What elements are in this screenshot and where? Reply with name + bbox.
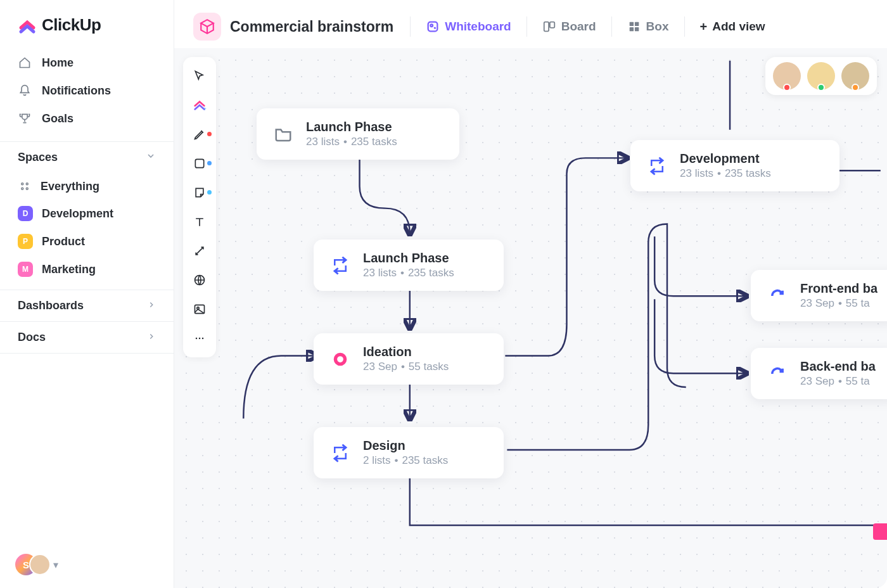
view-whiteboard[interactable]: Whiteboard <box>419 16 518 37</box>
user-avatar-photo <box>29 554 51 575</box>
svg-rect-8 <box>629 22 633 26</box>
tool-color-dot <box>207 161 212 165</box>
svg-rect-7 <box>550 22 554 28</box>
card-title: Launch Phase <box>363 251 454 265</box>
brand-name: ClickUp <box>42 15 101 35</box>
svg-rect-11 <box>635 27 639 31</box>
brand-logo[interactable]: ClickUp <box>0 0 174 46</box>
chevron-right-icon <box>147 331 156 344</box>
card-subtitle: 2 lists•235 tasks <box>363 454 448 467</box>
nav-notifications[interactable]: Notifications <box>10 77 163 105</box>
trophy-icon <box>18 112 32 125</box>
card-ideation[interactable]: Ideation 23 Sep•55 tasks <box>314 333 504 385</box>
space-development[interactable]: D Development <box>0 200 174 227</box>
space-badge: P <box>18 234 33 249</box>
tool-image[interactable] <box>186 297 214 322</box>
folder-icon <box>272 123 295 146</box>
card-title: Design <box>363 438 448 453</box>
space-product[interactable]: P Product <box>0 227 174 255</box>
card-design[interactable]: Design 2 lists•235 tasks <box>314 427 504 478</box>
card-subtitle: 23 lists•235 tasks <box>306 136 397 148</box>
tool-color-dot <box>207 190 212 195</box>
redo-icon <box>766 362 789 385</box>
collaborator-avatar[interactable]: .collab-av:nth-child(3)::after{backgroun… <box>841 62 869 90</box>
tool-sticky[interactable] <box>186 180 214 205</box>
add-view-button[interactable]: + Add view <box>694 16 772 38</box>
svg-point-0 <box>22 183 23 185</box>
space-badge: M <box>18 262 33 277</box>
svg-rect-9 <box>635 22 639 26</box>
card-title: Ideation <box>363 345 449 359</box>
nav-label: Notifications <box>42 84 111 98</box>
section-docs[interactable]: Docs <box>0 321 174 353</box>
svg-point-20 <box>335 354 345 364</box>
tool-color-dot <box>207 132 212 136</box>
chevron-down-icon <box>146 151 156 164</box>
section-label: Docs <box>18 331 46 344</box>
nav-goals[interactable]: Goals <box>10 105 163 132</box>
page-icon-cube[interactable] <box>193 13 221 41</box>
clickup-logo-icon <box>18 16 37 35</box>
card-subtitle: 23 lists•235 tasks <box>680 167 771 180</box>
collaborator-avatar[interactable]: .collab-av:nth-child(2)::after{backgroun… <box>807 62 835 90</box>
tool-text[interactable] <box>186 209 214 234</box>
card-launch-phase-1[interactable]: Launch Phase 23 lists•235 tasks <box>257 108 459 160</box>
chevron-right-icon <box>147 299 156 312</box>
nav-home[interactable]: Home <box>10 49 163 77</box>
svg-point-5 <box>431 24 433 27</box>
collaborator-avatar[interactable]: .collab-av:nth-child(1)::after{backgroun… <box>773 62 801 90</box>
tool-pen[interactable] <box>186 122 214 147</box>
svg-point-2 <box>22 188 23 189</box>
view-label: Box <box>646 20 669 34</box>
svg-point-19 <box>202 338 204 340</box>
view-board[interactable]: Board <box>536 16 603 37</box>
user-menu[interactable]: S ▾ <box>0 541 174 588</box>
card-subtitle: 23 Sep•55 ta <box>800 297 877 310</box>
sidebar: ClickUp Home Notifications Goals Spaces … <box>0 0 174 588</box>
svg-point-1 <box>26 183 28 185</box>
whiteboard-canvas[interactable]: + .collab-av:nth-child(1)::after{backgro… <box>174 48 887 588</box>
svg-rect-13 <box>195 159 203 167</box>
space-label: Product <box>42 235 85 248</box>
tool-pointer[interactable] <box>186 63 214 89</box>
whiteboard-icon <box>426 20 440 34</box>
view-box[interactable]: Box <box>621 16 675 37</box>
spaces-header-label: Spaces <box>18 151 58 164</box>
card-subtitle: 23 lists•235 tasks <box>363 267 454 279</box>
svg-point-3 <box>26 188 28 189</box>
tool-web[interactable] <box>186 267 214 293</box>
svg-point-17 <box>196 338 198 340</box>
section-dashboards[interactable]: Dashboards <box>0 290 174 321</box>
canvas-toolbar: + <box>183 57 216 357</box>
space-everything[interactable]: Everything <box>0 173 174 200</box>
cycle-icon <box>329 254 352 277</box>
nav-label: Home <box>42 56 73 70</box>
circle-icon <box>329 348 352 371</box>
page-title: Commercial brainstorm <box>230 18 393 35</box>
space-badge: D <box>18 206 33 221</box>
card-launch-phase-2[interactable]: Launch Phase 23 lists•235 tasks <box>314 240 504 291</box>
card-back-end[interactable]: Back-end ba 23 Sep•55 ta <box>751 348 887 399</box>
tool-connector[interactable] <box>186 238 214 264</box>
tool-more[interactable] <box>186 326 214 351</box>
section-label: Dashboards <box>18 299 84 312</box>
card-development[interactable]: Development 23 lists•235 tasks <box>630 140 839 191</box>
space-marketing[interactable]: M Marketing <box>0 255 174 283</box>
svg-rect-10 <box>629 27 633 31</box>
tool-clickup[interactable]: + <box>186 93 214 118</box>
cursor-tag <box>873 523 887 540</box>
bell-icon <box>18 84 32 98</box>
tool-shape[interactable] <box>186 151 214 176</box>
collaborator-avatars[interactable]: .collab-av:nth-child(1)::after{backgroun… <box>765 57 877 95</box>
spaces-header[interactable]: Spaces <box>0 141 174 173</box>
cycle-icon <box>329 442 352 464</box>
home-icon <box>18 56 32 70</box>
svg-point-18 <box>199 338 201 340</box>
card-subtitle: 23 Sep•55 tasks <box>363 361 449 373</box>
card-title: Development <box>680 151 771 166</box>
space-label: Development <box>42 207 113 220</box>
card-front-end[interactable]: Front-end ba 23 Sep•55 ta <box>751 270 887 321</box>
box-icon <box>627 20 641 34</box>
svg-rect-6 <box>544 22 548 32</box>
caret-down-icon: ▾ <box>53 559 58 571</box>
